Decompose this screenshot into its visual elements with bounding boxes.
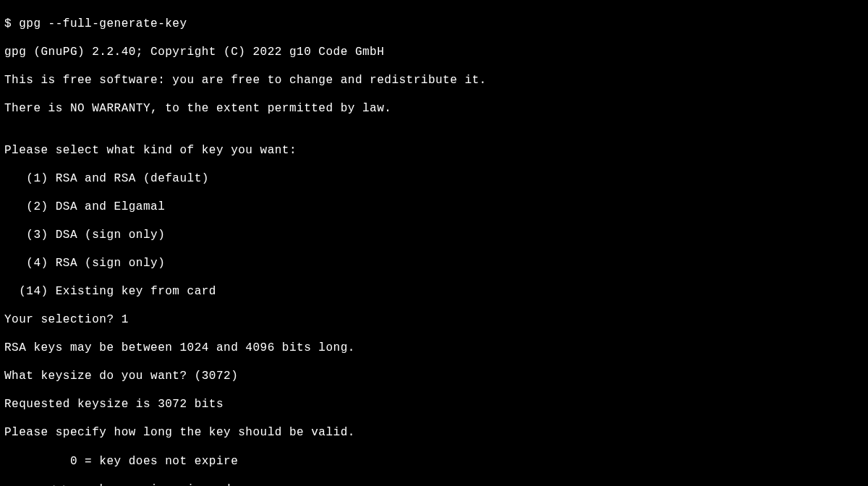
terminal-line: Please specify how long the key should b… bbox=[4, 426, 864, 440]
terminal-line: (2) DSA and Elgamal bbox=[4, 200, 864, 215]
terminal-line: RSA keys may be between 1024 and 4096 bi… bbox=[4, 341, 864, 356]
terminal-line: Please select what kind of key you want: bbox=[4, 144, 864, 158]
terminal-line: $ gpg --full-generate-key bbox=[4, 17, 864, 32]
terminal-line: <n> = key expires in n days bbox=[4, 483, 864, 486]
terminal-line: (1) RSA and RSA (default) bbox=[4, 172, 864, 187]
terminal-line: (3) DSA (sign only) bbox=[4, 229, 864, 243]
terminal-line: Requested keysize is 3072 bits bbox=[4, 398, 864, 412]
terminal-line: (14) Existing key from card bbox=[4, 285, 864, 299]
terminal-line: There is NO WARRANTY, to the extent perm… bbox=[4, 102, 864, 116]
terminal-line: What keysize do you want? (3072) bbox=[4, 370, 864, 384]
terminal-line: gpg (GnuPG) 2.2.40; Copyright (C) 2022 g… bbox=[4, 46, 864, 60]
terminal-line: (4) RSA (sign only) bbox=[4, 257, 864, 271]
terminal-line: This is free software: you are free to c… bbox=[4, 74, 864, 88]
terminal-line: Your selection? 1 bbox=[4, 313, 864, 328]
terminal-line: 0 = key does not expire bbox=[4, 455, 864, 469]
terminal-output[interactable]: $ gpg --full-generate-key gpg (GnuPG) 2.… bbox=[0, 0, 868, 486]
